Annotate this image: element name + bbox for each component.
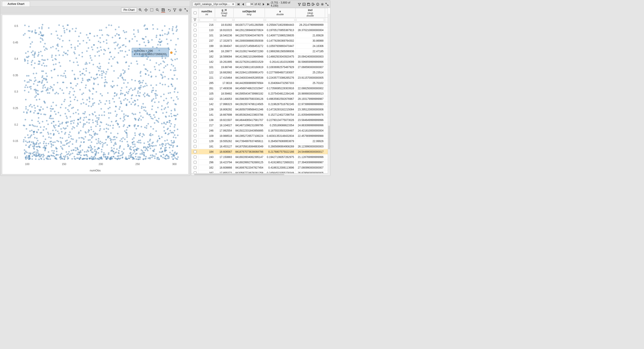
scatter-point[interactable] (157, 44, 158, 46)
scatter-point[interactable] (57, 75, 59, 76)
scatter-point[interactable] (96, 74, 98, 75)
chart-tab[interactable]: Active Chart (2, 1, 30, 6)
scatter-point[interactable] (86, 70, 87, 72)
scatter-point[interactable] (106, 39, 107, 41)
scatter-point[interactable] (140, 153, 141, 155)
scatter-point[interactable] (27, 141, 28, 143)
scatter-point[interactable] (96, 139, 97, 140)
scatter-point[interactable] (72, 28, 74, 29)
scatter-point[interactable] (57, 34, 58, 36)
scatter-point[interactable] (161, 109, 162, 110)
scatter-point[interactable] (125, 38, 126, 39)
scatter-point[interactable] (109, 52, 110, 53)
scatter-point[interactable] (101, 158, 103, 160)
scatter-point[interactable] (53, 150, 55, 152)
scatter-point[interactable] (165, 123, 166, 125)
scatter-point[interactable] (170, 39, 172, 41)
scatter-point[interactable] (90, 126, 92, 128)
scatter-point[interactable] (124, 71, 126, 73)
scatter-point[interactable] (27, 134, 29, 136)
scatter-point[interactable] (36, 99, 37, 100)
row-checkbox[interactable] (194, 92, 196, 95)
text-view-icon[interactable]: TXT (302, 2, 306, 6)
info-icon[interactable] (316, 2, 320, 6)
scatter-point[interactable] (86, 104, 87, 105)
scatter-point[interactable] (138, 53, 140, 55)
scatter-point[interactable] (151, 118, 152, 119)
scatter-point[interactable] (156, 120, 158, 122)
scatter-point[interactable] (144, 142, 145, 144)
scatter-point[interactable] (138, 158, 140, 160)
scatter-point[interactable] (149, 158, 151, 159)
scatter-point[interactable] (174, 134, 175, 136)
scatter-point[interactable] (164, 123, 165, 124)
scatter-point[interactable] (92, 122, 94, 123)
scatter-point[interactable] (74, 74, 75, 75)
scatter-point[interactable] (145, 150, 146, 151)
scatter-point[interactable] (60, 115, 61, 116)
scatter-point[interactable] (66, 117, 68, 119)
scatter-point[interactable] (156, 36, 157, 38)
scatter-point[interactable] (84, 111, 86, 113)
scatter-point[interactable] (58, 141, 59, 142)
expand-icon[interactable] (184, 7, 188, 12)
scatter-point[interactable] (33, 105, 35, 106)
scatter-point[interactable] (35, 90, 36, 92)
scatter-point[interactable] (31, 41, 33, 43)
scatter-point[interactable] (123, 99, 125, 101)
scatter-point[interactable] (72, 152, 73, 154)
scatter-point[interactable] (154, 68, 156, 70)
scatter-point[interactable] (64, 75, 66, 77)
scatter-point[interactable] (122, 137, 124, 139)
scatter-point[interactable] (104, 50, 106, 51)
scatter-point[interactable] (152, 46, 154, 47)
scatter-point[interactable] (145, 156, 147, 158)
scatter-point[interactable] (159, 151, 160, 153)
scatter-point[interactable] (128, 101, 130, 103)
scatter-point[interactable] (24, 80, 26, 82)
scatter-point[interactable] (42, 129, 44, 131)
scatter-point[interactable] (37, 90, 39, 91)
scatter-point[interactable] (144, 127, 146, 128)
scatter-point[interactable] (134, 126, 136, 127)
scatter-point[interactable] (121, 138, 122, 140)
scatter-point[interactable] (174, 154, 175, 156)
scatter-point[interactable] (171, 156, 173, 158)
scatter-point[interactable] (30, 144, 31, 146)
scatter-point[interactable] (116, 148, 118, 150)
scatter-point[interactable] (171, 78, 173, 79)
scatter-point[interactable] (47, 92, 48, 94)
scatter-point[interactable] (107, 157, 108, 159)
scatter-point[interactable] (67, 156, 68, 158)
scatter-point[interactable] (140, 85, 142, 86)
scatter-point[interactable] (51, 122, 52, 124)
table-row[interactable]: 12218.68268284132841105589914700.2277889… (192, 70, 328, 75)
scatter-point[interactable] (86, 99, 88, 100)
scatter-point[interactable] (136, 141, 138, 143)
row-checkbox[interactable] (194, 118, 196, 121)
scatter-point[interactable] (89, 96, 90, 98)
scatter-point[interactable] (134, 89, 136, 90)
scatter-point[interactable] (154, 101, 156, 103)
scatter-point[interactable] (165, 155, 166, 157)
scatter-point[interactable] (53, 153, 55, 154)
scatter-point[interactable] (98, 138, 100, 140)
scatter-point[interactable] (27, 62, 29, 64)
scatter-point[interactable] (33, 83, 34, 85)
scatter-point[interactable] (142, 38, 144, 40)
scatter-point[interactable] (55, 55, 57, 56)
scatter-point[interactable] (76, 141, 77, 143)
scatter-point[interactable] (52, 89, 54, 90)
scatter-point[interactable] (168, 92, 170, 94)
scatter-point[interactable] (104, 76, 106, 78)
scatter-point[interactable] (48, 133, 49, 135)
scatter-point[interactable] (100, 141, 101, 142)
table-row[interactable]: 19919.38404784110157145664532720.1059793… (192, 43, 328, 49)
scatter-point[interactable] (25, 119, 26, 120)
scatter-point[interactable] (57, 82, 58, 83)
scatter-point[interactable] (132, 89, 134, 91)
scatter-point[interactable] (126, 158, 128, 160)
scatter-point[interactable] (93, 64, 94, 65)
scatter-point[interactable] (31, 52, 32, 53)
scatter-point[interactable] (124, 79, 126, 81)
